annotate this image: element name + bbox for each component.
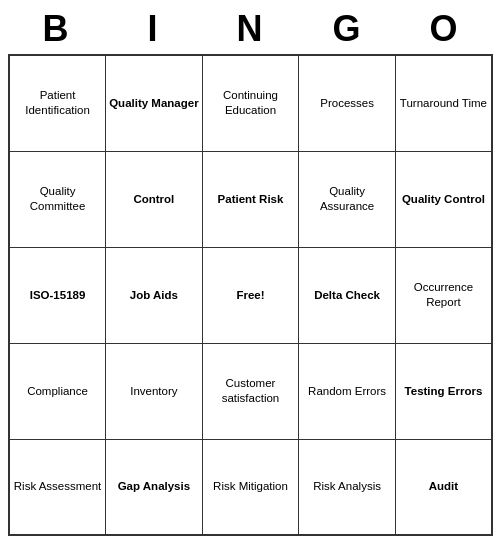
cell-r1-c1: Control bbox=[106, 151, 203, 247]
cell-r4-c3: Risk Analysis bbox=[299, 439, 396, 535]
bingo-grid: Patient IdentificationQuality ManagerCon… bbox=[8, 54, 493, 536]
letter-i: I bbox=[105, 8, 202, 50]
cell-r2-c0: ISO-15189 bbox=[9, 247, 106, 343]
cell-r3-c2: Customer satisfaction bbox=[202, 343, 299, 439]
cell-r3-c1: Inventory bbox=[106, 343, 203, 439]
cell-r1-c3: Quality Assurance bbox=[299, 151, 396, 247]
letter-g: G bbox=[299, 8, 396, 50]
cell-r0-c1: Quality Manager bbox=[106, 55, 203, 151]
cell-r4-c2: Risk Mitigation bbox=[202, 439, 299, 535]
cell-r2-c2: Free! bbox=[202, 247, 299, 343]
cell-r2-c1: Job Aids bbox=[106, 247, 203, 343]
cell-r0-c0: Patient Identification bbox=[9, 55, 106, 151]
cell-r3-c0: Compliance bbox=[9, 343, 106, 439]
cell-r3-c3: Random Errors bbox=[299, 343, 396, 439]
letter-n: N bbox=[202, 8, 299, 50]
cell-r1-c4: Quality Control bbox=[395, 151, 492, 247]
cell-r3-c4: Testing Errors bbox=[395, 343, 492, 439]
bingo-title: B I N G O bbox=[8, 8, 493, 50]
cell-r1-c0: Quality Committee bbox=[9, 151, 106, 247]
cell-r4-c1: Gap Analysis bbox=[106, 439, 203, 535]
letter-o: O bbox=[396, 8, 493, 50]
cell-r4-c0: Risk Assessment bbox=[9, 439, 106, 535]
letter-b: B bbox=[8, 8, 105, 50]
cell-r2-c3: Delta Check bbox=[299, 247, 396, 343]
cell-r0-c3: Processes bbox=[299, 55, 396, 151]
cell-r4-c4: Audit bbox=[395, 439, 492, 535]
cell-r2-c4: Occurrence Report bbox=[395, 247, 492, 343]
cell-r1-c2: Patient Risk bbox=[202, 151, 299, 247]
cell-r0-c4: Turnaround Time bbox=[395, 55, 492, 151]
cell-r0-c2: Continuing Education bbox=[202, 55, 299, 151]
